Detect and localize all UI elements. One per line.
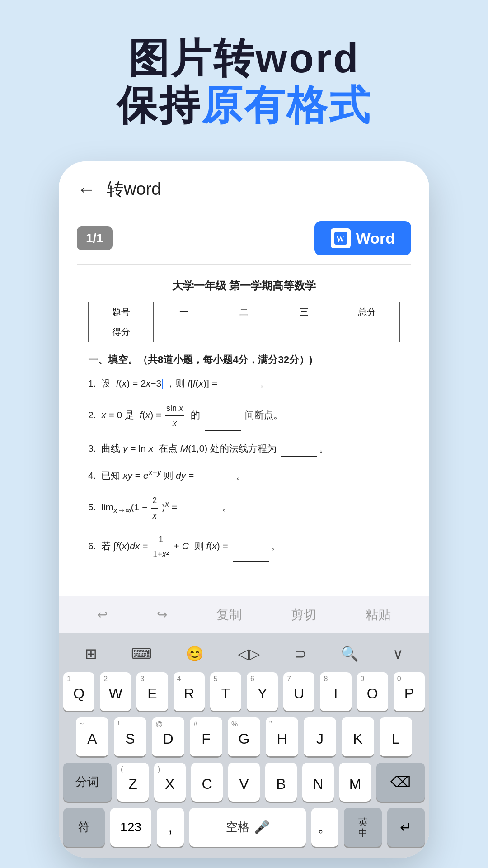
key-M[interactable]: M bbox=[339, 763, 371, 802]
header-line2-highlight: 原有格式 bbox=[202, 83, 371, 128]
key-comma[interactable]: , bbox=[157, 808, 184, 847]
keyboard-row-3: 分词 (Z )X C V B N M ⌫ bbox=[63, 763, 425, 802]
content-area: 1/1 W Word 大学一年级 第一学期高等数学 题号 一 二 三 bbox=[59, 210, 429, 596]
table-cell-total bbox=[334, 322, 400, 342]
table-cell-2 bbox=[214, 322, 274, 342]
page-badge: 1/1 bbox=[77, 226, 113, 250]
phone-topbar: ← 转word bbox=[59, 161, 429, 210]
key-I[interactable]: 8I bbox=[320, 672, 351, 711]
header-line2: 保持原有格式 bbox=[36, 81, 452, 130]
back-button[interactable]: ← bbox=[77, 179, 96, 200]
key-U[interactable]: 7U bbox=[283, 672, 314, 711]
keyboard-row-1: 1Q 2W 3E 4R 5T 6Y 7U 8I 9O 0P bbox=[63, 672, 425, 711]
key-fenci[interactable]: 分词 bbox=[63, 763, 112, 802]
key-A[interactable]: ~A bbox=[76, 717, 108, 756]
page-controls: 1/1 W Word bbox=[77, 221, 411, 255]
keyboard-toolbar: ⊞ ⌨ 😊 ◁▷ ⊃ 🔍 ∨ bbox=[59, 633, 429, 672]
key-Y[interactable]: 6Y bbox=[247, 672, 278, 711]
key-H[interactable]: "H bbox=[266, 717, 298, 756]
keyboard-section: ⊞ ⌨ 😊 ◁▷ ⊃ 🔍 ∨ 1Q 2W 3E 4R 5T 6Y 7U 8I 9… bbox=[59, 633, 429, 858]
key-symbol[interactable]: 符 bbox=[63, 808, 105, 847]
key-return[interactable]: ↵ bbox=[387, 808, 425, 847]
kb-tool-link[interactable]: ⊃ bbox=[287, 642, 314, 666]
kb-tool-emoji[interactable]: 😊 bbox=[178, 642, 211, 666]
word-button[interactable]: W Word bbox=[314, 221, 411, 255]
table-cell-score: 得分 bbox=[89, 322, 154, 342]
key-123[interactable]: 123 bbox=[110, 808, 152, 847]
keyboard-row-2: ~A !S @D #F %G "H J K L bbox=[63, 717, 425, 756]
kb-tool-grid[interactable]: ⊞ bbox=[78, 642, 104, 666]
key-delete[interactable]: ⌫ bbox=[376, 763, 425, 802]
key-W[interactable]: 2W bbox=[100, 672, 131, 711]
key-S[interactable]: !S bbox=[114, 717, 146, 756]
phone-mockup: ← 转word 1/1 W Word 大学一年级 第一学期高等数学 题 bbox=[59, 161, 429, 858]
kb-tool-cursor[interactable]: ◁▷ bbox=[230, 642, 267, 666]
key-X[interactable]: )X bbox=[154, 763, 186, 802]
key-J[interactable]: J bbox=[304, 717, 336, 756]
question-5: 5. limx→∞(1 − 2x )x = 。 bbox=[88, 493, 400, 523]
key-T[interactable]: 5T bbox=[210, 672, 241, 711]
key-V[interactable]: V bbox=[228, 763, 260, 802]
kb-tool-collapse[interactable]: ∨ bbox=[385, 642, 410, 666]
question-4: 4. 已知 xy = ex+y 则 dy = 。 bbox=[88, 466, 400, 484]
key-D[interactable]: @D bbox=[152, 717, 184, 756]
key-F[interactable]: #F bbox=[190, 717, 222, 756]
question-1: 1. 设 f(x) = 2x−3 ，则 f[f(x)] = 。 bbox=[88, 375, 400, 392]
keyboard-row-4: 符 123 , 空格 🎤 。 英中 ↵ bbox=[63, 808, 425, 847]
key-period[interactable]: 。 bbox=[311, 808, 338, 847]
question-6: 6. 若 ∫f(x)dx = 11+x² + C 则 f(x) = 。 bbox=[88, 532, 400, 562]
key-L[interactable]: L bbox=[380, 717, 412, 756]
table-header-1: 一 bbox=[154, 302, 214, 322]
key-B[interactable]: B bbox=[265, 763, 297, 802]
header-line2-prefix: 保持 bbox=[117, 83, 202, 128]
key-G[interactable]: %G bbox=[228, 717, 260, 756]
edit-toolbar: ↩ ↪ 复制 剪切 粘贴 bbox=[59, 596, 429, 633]
word-label: Word bbox=[356, 230, 395, 247]
table-header-4: 总分 bbox=[334, 302, 400, 322]
key-C[interactable]: C bbox=[191, 763, 223, 802]
table-header-2: 二 bbox=[214, 302, 274, 322]
keyboard-rows: 1Q 2W 3E 4R 5T 6Y 7U 8I 9O 0P ~A !S @D #… bbox=[59, 672, 429, 858]
key-Z[interactable]: (Z bbox=[117, 763, 149, 802]
redo-button[interactable]: ↪ bbox=[157, 607, 167, 622]
kb-tool-search[interactable]: 🔍 bbox=[333, 642, 366, 666]
table-cell-1 bbox=[154, 322, 214, 342]
key-space[interactable]: 空格 🎤 bbox=[189, 808, 306, 847]
key-O[interactable]: 9O bbox=[357, 672, 388, 711]
topbar-title: 转word bbox=[107, 178, 161, 201]
doc-content: 大学一年级 第一学期高等数学 题号 一 二 三 总分 得分 一、填空。（共8道小 bbox=[77, 264, 411, 585]
key-Q[interactable]: 1Q bbox=[63, 672, 94, 711]
key-K[interactable]: K bbox=[342, 717, 374, 756]
key-P[interactable]: 0P bbox=[394, 672, 425, 711]
cut-button[interactable]: 剪切 bbox=[291, 606, 316, 623]
svg-text:W: W bbox=[336, 235, 344, 244]
score-table: 题号 一 二 三 总分 得分 bbox=[88, 302, 400, 342]
doc-title: 大学一年级 第一学期高等数学 bbox=[88, 278, 400, 293]
copy-button[interactable]: 复制 bbox=[216, 606, 242, 623]
table-header-3: 三 bbox=[274, 302, 334, 322]
key-R[interactable]: 4R bbox=[174, 672, 205, 711]
header-section: 图片转word 保持原有格式 bbox=[0, 0, 488, 148]
question-2: 2. x = 0 是 f(x) = sin xx 的 间断点。 bbox=[88, 401, 400, 431]
section-title: 一、填空。（共8道小题，每小题4分，满分32分）) bbox=[88, 353, 400, 367]
key-E[interactable]: 3E bbox=[136, 672, 168, 711]
question-3: 3. 曲线 y = ln x 在点 M(1,0) 处的法线方程为 。 bbox=[88, 440, 400, 457]
undo-button[interactable]: ↩ bbox=[97, 607, 108, 622]
key-lang[interactable]: 英中 bbox=[344, 808, 381, 847]
key-N[interactable]: N bbox=[302, 763, 334, 802]
paste-button[interactable]: 粘贴 bbox=[366, 606, 391, 623]
header-line1: 图片转word bbox=[36, 36, 452, 81]
word-icon: W bbox=[331, 228, 351, 248]
kb-tool-keyboard[interactable]: ⌨ bbox=[124, 642, 159, 666]
table-header-0: 题号 bbox=[89, 302, 154, 322]
table-cell-3 bbox=[274, 322, 334, 342]
